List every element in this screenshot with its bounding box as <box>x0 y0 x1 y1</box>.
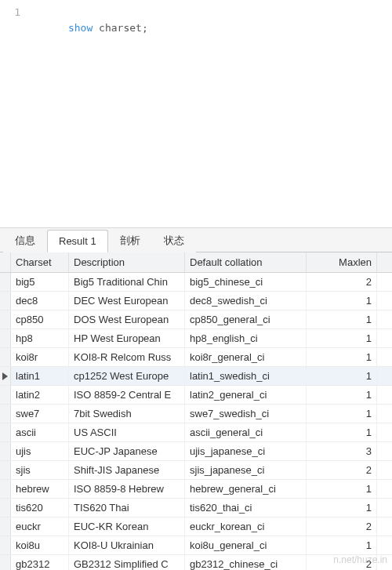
sql-editor[interactable]: 1 show charset; <box>0 0 392 227</box>
col-header-collation[interactable]: Default collation <box>185 252 307 272</box>
table-row[interactable]: euckrEUC-KR Koreaneuckr_korean_ci2 <box>0 517 392 536</box>
table-row[interactable]: latin1cp1252 West Europelatin1_swedish_c… <box>0 367 392 386</box>
cell-description[interactable]: EUC-JP Japanese <box>69 442 185 460</box>
row-indicator <box>0 499 11 517</box>
cell-maxlen[interactable]: 1 <box>307 310 377 329</box>
cell-description[interactable]: 7bit Swedish <box>69 405 185 423</box>
cell-description[interactable]: KOI8-U Ukrainian <box>69 536 185 554</box>
cell-description[interactable]: Shift-JIS Japanese <box>69 461 185 479</box>
code-text[interactable]: show charset; <box>31 5 148 52</box>
cell-charset[interactable]: hebrew <box>11 480 69 498</box>
cell-description[interactable]: HP West European <box>69 329 185 347</box>
row-indicator <box>0 555 11 570</box>
table-row[interactable]: koi8rKOI8-R Relcom Russkoi8r_general_ci1 <box>0 348 392 367</box>
cell-collation[interactable]: swe7_swedish_ci <box>185 405 307 423</box>
code-line[interactable]: 1 show charset; <box>0 5 392 20</box>
row-indicator <box>0 461 11 479</box>
table-row[interactable]: big5Big5 Traditional Chinbig5_chinese_ci… <box>0 273 392 292</box>
cell-description[interactable]: DOS West European <box>69 310 185 329</box>
result-grid[interactable]: Charset Description Default collation Ma… <box>0 252 392 570</box>
cell-description[interactable]: cp1252 West Europe <box>69 367 185 385</box>
row-indicator <box>0 310 11 329</box>
cell-description[interactable]: ISO 8859-2 Central E <box>69 386 185 404</box>
cell-maxlen[interactable]: 2 <box>307 461 377 479</box>
cell-maxlen[interactable]: 1 <box>307 348 377 366</box>
cell-description[interactable]: EUC-KR Korean <box>69 517 185 536</box>
cell-collation[interactable]: koi8r_general_ci <box>185 348 307 366</box>
table-row[interactable]: ujisEUC-JP Japaneseujis_japanese_ci3 <box>0 442 392 461</box>
cell-collation[interactable]: dec8_swedish_ci <box>185 292 307 310</box>
cell-maxlen[interactable]: 1 <box>307 329 377 347</box>
cell-maxlen[interactable]: 1 <box>307 499 377 517</box>
cell-charset[interactable]: gb2312 <box>11 555 69 570</box>
cell-maxlen[interactable]: 1 <box>307 367 377 385</box>
cell-collation[interactable]: hp8_english_ci <box>185 329 307 347</box>
table-row[interactable]: hp8HP West Europeanhp8_english_ci1 <box>0 329 392 348</box>
cell-maxlen[interactable]: 1 <box>307 423 377 441</box>
cell-description[interactable]: Big5 Traditional Chin <box>69 273 185 291</box>
cell-collation[interactable]: tis620_thai_ci <box>185 499 307 517</box>
cell-maxlen[interactable]: 2 <box>307 273 377 291</box>
cell-maxlen[interactable]: 1 <box>307 405 377 423</box>
cell-collation[interactable]: euckr_korean_ci <box>185 517 307 536</box>
cell-description[interactable]: DEC West European <box>69 292 185 310</box>
tab-status[interactable]: 状态 <box>152 228 196 252</box>
cell-collation[interactable]: ascii_general_ci <box>185 423 307 441</box>
cell-charset[interactable]: dec8 <box>11 292 69 310</box>
cell-charset[interactable]: latin1 <box>11 367 69 385</box>
cell-collation[interactable]: cp850_general_ci <box>185 310 307 329</box>
cell-collation[interactable]: sjis_japanese_ci <box>185 461 307 479</box>
cell-maxlen[interactable]: 1 <box>307 480 377 498</box>
cell-collation[interactable]: koi8u_general_ci <box>185 536 307 554</box>
cell-description[interactable]: TIS620 Thai <box>69 499 185 517</box>
cell-charset[interactable]: koi8r <box>11 348 69 366</box>
table-row[interactable]: koi8uKOI8-U Ukrainiankoi8u_general_ci1 <box>0 536 392 555</box>
cell-maxlen[interactable]: 1 <box>307 292 377 310</box>
col-header-description[interactable]: Description <box>69 252 185 272</box>
table-row[interactable]: hebrewISO 8859-8 Hebrewhebrew_general_ci… <box>0 480 392 499</box>
cell-description[interactable]: GB2312 Simplified C <box>69 555 185 570</box>
cell-collation[interactable]: big5_chinese_ci <box>185 273 307 291</box>
col-header-charset[interactable]: Charset <box>11 252 69 272</box>
table-row[interactable]: cp850DOS West Europeancp850_general_ci1 <box>0 310 392 329</box>
table-row[interactable]: dec8DEC West Europeandec8_swedish_ci1 <box>0 292 392 310</box>
cell-charset[interactable]: hp8 <box>11 329 69 347</box>
cell-description[interactable]: KOI8-R Relcom Russ <box>69 348 185 366</box>
tab-result-1[interactable]: Result 1 <box>47 230 108 252</box>
table-row[interactable]: gb2312GB2312 Simplified Cgb2312_chinese_… <box>0 555 392 570</box>
cell-description[interactable]: ISO 8859-8 Hebrew <box>69 480 185 498</box>
col-header-maxlen[interactable]: Maxlen <box>307 252 377 272</box>
cell-charset[interactable]: sjis <box>11 461 69 479</box>
cell-charset[interactable]: ascii <box>11 423 69 441</box>
table-row[interactable]: asciiUS ASCIIascii_general_ci1 <box>0 423 392 442</box>
tab-info[interactable]: 信息 <box>3 228 47 252</box>
table-row[interactable]: tis620TIS620 Thaitis620_thai_ci1 <box>0 499 392 517</box>
table-row[interactable]: swe77bit Swedishswe7_swedish_ci1 <box>0 405 392 423</box>
table-row[interactable]: sjisShift-JIS Japanesesjis_japanese_ci2 <box>0 461 392 480</box>
cell-charset[interactable]: big5 <box>11 273 69 291</box>
cell-charset[interactable]: latin2 <box>11 386 69 404</box>
cell-maxlen[interactable]: 2 <box>307 555 377 570</box>
cell-maxlen[interactable]: 1 <box>307 536 377 554</box>
tab-profile[interactable]: 剖析 <box>108 228 152 252</box>
grid-header[interactable]: Charset Description Default collation Ma… <box>0 252 392 273</box>
cell-collation[interactable]: latin1_swedish_ci <box>185 367 307 385</box>
cell-charset[interactable]: euckr <box>11 517 69 536</box>
cell-collation[interactable]: ujis_japanese_ci <box>185 442 307 460</box>
row-indicator <box>0 536 11 554</box>
cell-collation[interactable]: latin2_general_ci <box>185 386 307 404</box>
cell-maxlen[interactable]: 2 <box>307 517 377 536</box>
grid-body[interactable]: big5Big5 Traditional Chinbig5_chinese_ci… <box>0 273 392 570</box>
cell-charset[interactable]: swe7 <box>11 405 69 423</box>
cell-charset[interactable]: ujis <box>11 442 69 460</box>
result-tab-strip: 信息 Result 1 剖析 状态 <box>0 227 392 252</box>
cell-maxlen[interactable]: 1 <box>307 386 377 404</box>
cell-collation[interactable]: hebrew_general_ci <box>185 480 307 498</box>
cell-collation[interactable]: gb2312_chinese_ci <box>185 555 307 570</box>
cell-maxlen[interactable]: 3 <box>307 442 377 460</box>
cell-charset[interactable]: koi8u <box>11 536 69 554</box>
cell-charset[interactable]: cp850 <box>11 310 69 329</box>
cell-description[interactable]: US ASCII <box>69 423 185 441</box>
table-row[interactable]: latin2ISO 8859-2 Central Elatin2_general… <box>0 386 392 405</box>
cell-charset[interactable]: tis620 <box>11 499 69 517</box>
